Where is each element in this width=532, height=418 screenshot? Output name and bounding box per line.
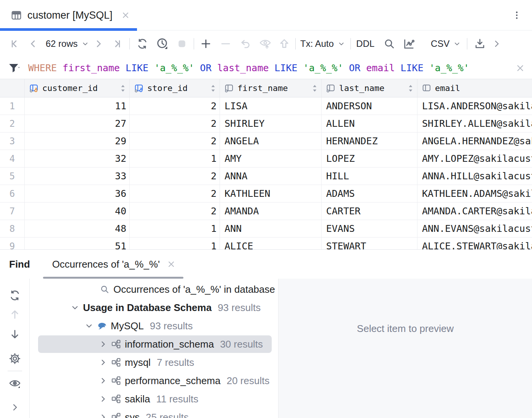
cell-email[interactable]: ANGELA.HERNANDEZ@sakilacustomer.org bbox=[417, 132, 532, 150]
cell-last_name[interactable]: STEWART bbox=[322, 238, 417, 249]
find-tab-close-icon[interactable] bbox=[167, 260, 176, 269]
cell-store_id[interactable]: 1 bbox=[130, 220, 220, 237]
cell-first_name[interactable]: ANNA bbox=[220, 168, 322, 185]
cell-email[interactable]: LISA.ANDERSON@sakilacustomer.org bbox=[417, 97, 532, 115]
tree-item-information-schema[interactable]: information_schema30 results bbox=[30, 335, 278, 353]
cell-email[interactable]: SHIRLEY.ALLEN@sakilacustomer.org bbox=[417, 115, 532, 132]
find-button[interactable] bbox=[383, 37, 396, 50]
find-results-tab[interactable]: Occurrences of 'a_%_%' bbox=[43, 250, 183, 279]
cell-first_name[interactable]: SHIRLEY bbox=[220, 115, 322, 132]
submit-button[interactable] bbox=[278, 37, 291, 50]
preview-changes-icon-button[interactable] bbox=[259, 37, 272, 50]
cell-customer_id[interactable]: 32 bbox=[25, 150, 130, 167]
toolbar-more-chevron[interactable] bbox=[490, 37, 503, 50]
cell-store_id[interactable]: 2 bbox=[130, 185, 220, 202]
chevron-right-icon[interactable] bbox=[98, 357, 108, 367]
chevron-down-icon[interactable] bbox=[70, 303, 80, 313]
column-header-store_id[interactable]: store_id bbox=[130, 79, 220, 97]
cell-first_name[interactable]: AMANDA bbox=[220, 203, 322, 220]
cell-first_name[interactable]: LISA bbox=[220, 97, 322, 115]
cell-customer_id[interactable]: 33 bbox=[25, 168, 130, 185]
row-number[interactable]: 7 bbox=[0, 203, 25, 220]
filter-funnel-icon[interactable] bbox=[8, 62, 21, 75]
preview-toggle-button[interactable] bbox=[8, 377, 22, 391]
column-header-email[interactable]: email bbox=[417, 79, 532, 97]
delete-row-button[interactable] bbox=[219, 37, 232, 50]
tx-mode-dropdown[interactable]: Tx: Auto bbox=[300, 38, 345, 49]
stop-button[interactable] bbox=[175, 37, 188, 50]
row-number[interactable]: 1 bbox=[0, 97, 25, 115]
first-page-button[interactable] bbox=[8, 37, 21, 50]
row-number[interactable]: 2 bbox=[0, 115, 25, 132]
cell-store_id[interactable]: 1 bbox=[130, 150, 220, 167]
filter-close-icon[interactable] bbox=[514, 62, 526, 74]
tab-customer-mysql[interactable]: customer [MySQL] bbox=[0, 0, 137, 30]
chevron-right-icon[interactable] bbox=[98, 376, 108, 386]
cell-first_name[interactable]: ANGELA bbox=[220, 132, 322, 150]
cell-store_id[interactable]: 2 bbox=[130, 115, 220, 132]
tree-item-sakila[interactable]: sakila11 results bbox=[30, 390, 278, 408]
cell-last_name[interactable]: LOPEZ bbox=[322, 150, 417, 167]
cell-last_name[interactable]: EVANS bbox=[322, 220, 417, 237]
next-occurrence-button[interactable] bbox=[8, 327, 22, 341]
previous-page-button[interactable] bbox=[27, 37, 40, 50]
row-number[interactable]: 5 bbox=[0, 168, 25, 185]
csv-format-dropdown[interactable]: CSV bbox=[431, 38, 461, 49]
sort-arrows-icon[interactable] bbox=[210, 84, 216, 93]
cell-first_name[interactable]: KATHLEEN bbox=[220, 185, 322, 202]
cell-email[interactable]: KATHLEEN.ADAMS@sakilacustomer.org bbox=[417, 185, 532, 202]
row-number[interactable]: 6 bbox=[0, 185, 25, 202]
kebab-menu-button[interactable] bbox=[510, 8, 524, 22]
refresh-button[interactable] bbox=[136, 37, 149, 50]
row-number[interactable]: 8 bbox=[0, 220, 25, 237]
filter-expression-input[interactable]: WHERE first_name LIKE 'a_%_%' OR last_na… bbox=[28, 62, 469, 73]
cell-customer_id[interactable]: 11 bbox=[25, 97, 130, 115]
cell-store_id[interactable]: 2 bbox=[130, 203, 220, 220]
row-number[interactable]: 9 bbox=[0, 238, 25, 249]
cell-first_name[interactable]: ANN bbox=[220, 220, 322, 237]
tree-item-performance-schema[interactable]: performance_schema20 results bbox=[30, 372, 278, 390]
chevron-down-icon[interactable] bbox=[84, 321, 94, 331]
expand-strip-chevron[interactable] bbox=[8, 400, 22, 414]
row-number[interactable]: 3 bbox=[0, 132, 25, 150]
add-row-button[interactable] bbox=[199, 37, 212, 50]
cell-email[interactable]: AMY.LOPEZ@sakilacustomer.org bbox=[417, 150, 532, 167]
next-page-button[interactable] bbox=[92, 37, 105, 50]
chevron-right-icon[interactable] bbox=[98, 412, 108, 418]
cell-customer_id[interactable]: 48 bbox=[25, 220, 130, 237]
cell-customer_id[interactable]: 40 bbox=[25, 203, 130, 220]
tree-item-mysql[interactable]: mysql7 results bbox=[30, 353, 278, 372]
tab-close-icon[interactable] bbox=[121, 11, 130, 20]
tree-item-usage-in-database-schema[interactable]: Usage in Database Schema93 results bbox=[30, 298, 278, 317]
cell-customer_id[interactable]: 51 bbox=[25, 238, 130, 249]
cell-email[interactable]: ANN.EVANS@sakilacustomer.org bbox=[417, 220, 532, 237]
cell-last_name[interactable]: HERNANDEZ bbox=[322, 132, 417, 150]
chevron-right-icon[interactable] bbox=[98, 339, 108, 349]
cell-customer_id[interactable]: 36 bbox=[25, 185, 130, 202]
chart-button[interactable] bbox=[403, 37, 416, 50]
cell-first_name[interactable]: AMY bbox=[220, 150, 322, 167]
ddl-button[interactable]: DDL bbox=[356, 38, 374, 49]
last-page-button[interactable] bbox=[110, 37, 123, 50]
cell-first_name[interactable]: ALICE bbox=[220, 238, 322, 249]
sort-arrows-icon[interactable] bbox=[120, 84, 126, 93]
cell-email[interactable]: ANNA.HILL@sakilacustomer.org bbox=[417, 168, 532, 185]
sort-arrows-icon[interactable] bbox=[312, 84, 317, 93]
tree-item-sys[interactable]: sys25 results bbox=[30, 408, 278, 418]
column-header-first_name[interactable]: first_name bbox=[220, 79, 322, 97]
row-number[interactable]: 4 bbox=[0, 150, 25, 167]
cell-email[interactable]: AMANDA.CARTER@sakilacustomer.org bbox=[417, 203, 532, 220]
export-download-button[interactable] bbox=[473, 37, 486, 50]
column-header-last_name[interactable]: last_name bbox=[322, 79, 417, 97]
tree-item-mysql[interactable]: MySQL93 results bbox=[30, 317, 278, 335]
rows-count-dropdown[interactable]: 62 rows bbox=[46, 38, 89, 49]
chevron-right-icon[interactable] bbox=[98, 394, 108, 404]
cell-customer_id[interactable]: 29 bbox=[25, 132, 130, 150]
cell-store_id[interactable]: 2 bbox=[130, 97, 220, 115]
cell-last_name[interactable]: ADAMS bbox=[322, 185, 417, 202]
cell-store_id[interactable]: 2 bbox=[130, 132, 220, 150]
cell-last_name[interactable]: ANDERSON bbox=[322, 97, 417, 115]
revert-button[interactable] bbox=[239, 37, 252, 50]
cell-last_name[interactable]: ALLEN bbox=[322, 115, 417, 132]
sort-arrows-icon[interactable] bbox=[408, 84, 413, 93]
